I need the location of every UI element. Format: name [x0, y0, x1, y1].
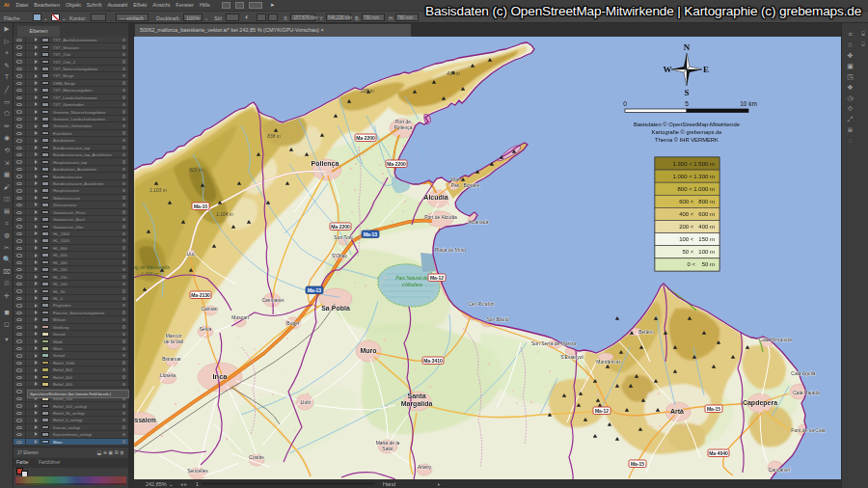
svg-text:Alcúdia: Alcúdia: [423, 194, 448, 201]
svg-text:Muro: Muro: [360, 347, 376, 354]
svg-text:Pollença: Pollença: [312, 160, 339, 168]
svg-text:Ariany: Ariany: [418, 464, 432, 470]
svg-text:Ma-12: Ma-12: [595, 408, 609, 414]
svg-text:Campanet: Campanet: [261, 297, 285, 303]
svg-text:921 m: 921 m: [189, 168, 202, 173]
svg-text:50 < 100 m: 50 < 100 m: [682, 249, 715, 255]
svg-text:1.000 < 1.300 m: 1.000 < 1.300 m: [672, 174, 715, 179]
svg-text:Ma-4040: Ma-4040: [709, 450, 728, 456]
svg-text:Artà: Artà: [670, 408, 684, 415]
svg-text:100 < 150 m: 100 < 150 m: [679, 236, 715, 242]
svg-text:Lloseta: Lloseta: [160, 372, 176, 378]
svg-text:400 < 600 m: 400 < 600 m: [679, 211, 715, 217]
svg-text:Son Serra de Marina: Son Serra de Marina: [531, 340, 576, 346]
svg-text:0 < 50 m: 0 < 50 m: [687, 261, 715, 267]
svg-text:1.300 < 1.500 m: 1.300 < 1.500 m: [672, 161, 715, 167]
svg-text:S: S: [684, 88, 689, 97]
svg-text:Can Picafort: Can Picafort: [468, 301, 495, 307]
svg-text:de la Vall: de la Vall: [164, 339, 183, 344]
svg-text:Ma-15: Ma-15: [707, 406, 720, 412]
svg-text:Cala Agulla: Cala Agulla: [791, 370, 816, 376]
svg-text:600 < 800 m: 600 < 800 m: [679, 199, 715, 204]
svg-text:Puig de Massanella: Puig de Massanella: [134, 265, 170, 270]
svg-text:Thema © IHR VERMERK: Thema © IHR VERMERK: [655, 137, 719, 143]
svg-text:1.103 m: 1.103 m: [149, 188, 166, 193]
svg-text:Bonaire: Bonaire: [463, 182, 479, 188]
svg-text:Ma-13: Ma-13: [364, 231, 377, 237]
svg-text:S'Obac: S'Obac: [332, 253, 348, 258]
svg-text:Parc Natural de: Parc Natural de: [395, 276, 428, 281]
svg-text:Basisdaten © OpenStreetMap-Mit: Basisdaten © OpenStreetMap-Mitwirkende: [634, 122, 740, 127]
svg-text:Biniamar: Biniamar: [162, 356, 181, 362]
svg-text:Montferrutx: Montferrutx: [596, 359, 621, 365]
svg-text:800 < 1.000 m: 800 < 1.000 m: [677, 186, 715, 192]
svg-text:Moscari: Moscari: [231, 314, 249, 320]
svg-text:Capdepera: Capdepera: [743, 399, 777, 407]
svg-text:200 < 400 m: 200 < 400 m: [679, 224, 715, 230]
svg-text:434 m: 434 m: [447, 71, 459, 76]
svg-text:Salut: Salut: [382, 446, 393, 451]
svg-text:Son Bauló: Son Bauló: [486, 316, 508, 322]
svg-text:Cala Mesquida: Cala Mesquida: [759, 337, 792, 342]
svg-text:E: E: [703, 65, 709, 74]
svg-text:Caimari: Caimari: [201, 306, 217, 312]
svg-text:Ma-2200: Ma-2200: [331, 224, 350, 230]
svg-text:Ma-10: Ma-10: [194, 203, 207, 209]
svg-text:Ma-2200: Ma-2200: [387, 161, 406, 167]
svg-text:hissalem: hissalem: [134, 417, 156, 423]
svg-text:Ma-12: Ma-12: [430, 275, 444, 281]
svg-text:Margalida: Margalida: [401, 400, 433, 408]
svg-text:Santa: Santa: [407, 393, 425, 399]
svg-text:Font de sa Cala: Font de sa Cala: [791, 427, 826, 433]
svg-text:Ma-13: Ma-13: [308, 287, 321, 293]
svg-text:S'Estanyol: S'Estanyol: [560, 354, 583, 360]
svg-text:0: 0: [623, 100, 627, 107]
svg-text:209 m: 209 m: [360, 89, 373, 94]
svg-text:Lluc: Lluc: [186, 251, 196, 257]
svg-text:838 m: 838 m: [267, 134, 280, 139]
svg-text:Pas: Pas: [451, 182, 460, 188]
svg-text:Sa Pobla: Sa Pobla: [321, 305, 350, 312]
svg-text:10 km: 10 km: [740, 100, 757, 107]
svg-text:W: W: [664, 65, 672, 74]
svg-text:Betlem: Betlem: [638, 329, 654, 335]
svg-text:Llubí: Llubí: [301, 399, 312, 405]
svg-text:Kartografie © grebemaps.de: Kartografie © grebemaps.de: [652, 129, 722, 135]
svg-text:Cala Rajada: Cala Rajada: [793, 390, 820, 395]
svg-text:Inca: Inca: [212, 372, 228, 381]
svg-text:N: N: [684, 42, 691, 52]
svg-text:Ma-2200: Ma-2200: [356, 135, 375, 141]
svg-text:Sencelles: Sencelles: [187, 468, 208, 474]
svg-text:Selva: Selva: [200, 326, 212, 332]
svg-text:Alcanada: Alcanada: [469, 219, 489, 225]
svg-text:Ma-3410: Ma-3410: [423, 358, 443, 364]
svg-text:Ma-15: Ma-15: [631, 461, 644, 467]
svg-text:Port de Alcúdia: Port de Alcúdia: [424, 214, 457, 220]
svg-text:1.365 m: 1.365 m: [141, 272, 157, 277]
svg-text:5: 5: [685, 100, 689, 107]
svg-text:Ma-2130: Ma-2130: [191, 292, 210, 298]
svg-text:s'Albufera: s'Albufera: [401, 283, 422, 287]
svg-text:Platja de Muro: Platja de Muro: [435, 247, 466, 253]
svg-text:Búger: Búger: [286, 320, 300, 326]
svg-text:Son Toni: Son Toni: [334, 234, 352, 240]
svg-text:Canyamel: Canyamel: [769, 467, 791, 473]
svg-text:1.104 m: 1.104 m: [216, 212, 232, 217]
svg-text:Costitx: Costitx: [249, 454, 264, 460]
svg-text:Pollença: Pollença: [393, 124, 412, 130]
